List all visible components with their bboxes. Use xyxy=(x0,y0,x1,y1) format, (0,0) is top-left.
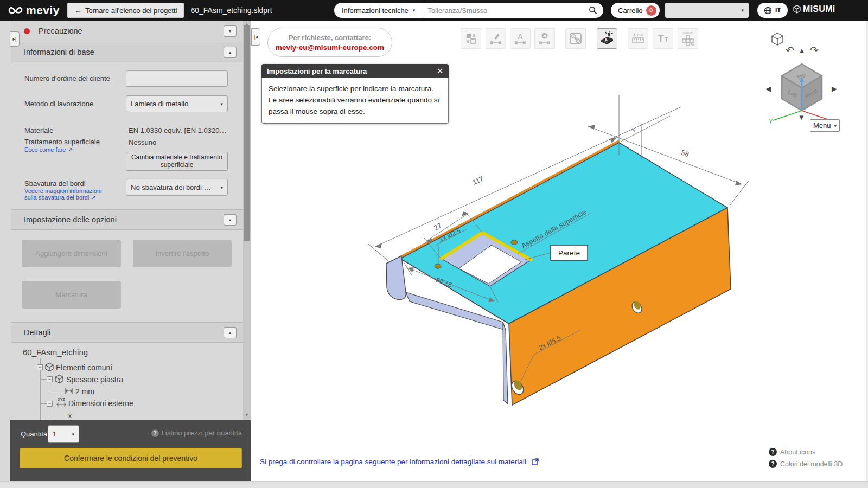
contact-email-link[interactable]: meviy-eu@misumi-europe.com xyxy=(276,43,384,52)
view-cube[interactable]: ↶ ▲ ↷ Top Left Front Y X ◀ ▶ ▼ xyxy=(761,30,843,126)
surface-treatment-value: Nessuno xyxy=(129,138,156,146)
tree-item[interactable]: Elementi comuni xyxy=(56,363,112,372)
popup-body: Selezionare la superficie per indicare l… xyxy=(261,78,449,124)
how-to-link[interactable]: Ecco come fare ↗ xyxy=(24,146,73,153)
cube-icon xyxy=(44,362,54,372)
rotate-right-step-icon[interactable]: ▶ xyxy=(832,85,837,93)
view-menu-button[interactable]: Menu ▾ xyxy=(810,119,840,132)
popup-header[interactable]: Impostazioni per la marcatura ✕ xyxy=(261,64,449,78)
rotate-left-step-icon[interactable]: ◀ xyxy=(765,85,771,93)
deburring-select[interactable]: No sbavatura dei bordi … ▾ xyxy=(126,179,228,196)
axis-y-label: Y xyxy=(769,119,773,125)
material-value: EN 1.0330 equiv. [EN 1.0320… xyxy=(129,126,231,134)
section-options[interactable]: Impostazione delle opzioni ▴ xyxy=(11,209,243,230)
tree-connector xyxy=(50,382,50,391)
expand-section-button[interactable]: ▾ xyxy=(224,25,237,37)
about-icons-link[interactable]: ? About icons xyxy=(769,448,815,456)
add-dimensions-button[interactable]: Aggiungere dimensioni xyxy=(22,240,121,267)
external-link-icon: ↗ xyxy=(67,146,72,153)
tree-collapse-toggle[interactable]: − xyxy=(47,401,53,407)
chevron-down-icon: ▾ xyxy=(834,123,837,129)
rotate-right-icon[interactable]: ↷ xyxy=(810,44,819,56)
collapse-section-button[interactable]: ▴ xyxy=(224,47,237,58)
rotate-up-icon[interactable]: ▲ xyxy=(799,47,805,54)
meviy-logo[interactable]: meviy xyxy=(8,4,60,17)
popup-title: Impostazioni per la marcatura xyxy=(267,67,367,75)
order-number-input[interactable] xyxy=(126,70,228,87)
quantity-label: Quantità xyxy=(21,430,47,438)
invert-aspect-button[interactable]: Invertire l'aspetto xyxy=(133,240,232,267)
scrollbar-thumb[interactable] xyxy=(244,25,250,241)
back-to-projects-button[interactable]: ← Tornare all'elenco dei progetti xyxy=(67,3,184,18)
dim-cutout-offset: 27 xyxy=(432,221,443,232)
marking-button[interactable]: Marcatura xyxy=(22,281,121,309)
marking-settings-popup: Impostazioni per la marcatura ✕ Selezion… xyxy=(261,64,449,124)
method-select[interactable]: Lamiera di metallo ▾ xyxy=(126,95,228,112)
surface-tooltip-label: Parete xyxy=(558,249,580,257)
meviy-logo-icon xyxy=(8,5,24,16)
language-selector[interactable]: IT xyxy=(757,3,788,18)
misumi-cube-icon xyxy=(793,5,801,14)
tree-root[interactable]: 60_FAsm_etching xyxy=(23,348,88,357)
model-colors-link[interactable]: ? Colori dei modelli 3D xyxy=(769,460,843,468)
cart-button[interactable]: Carrello 0 xyxy=(611,3,660,18)
tree-item-partial[interactable]: x xyxy=(68,412,72,420)
external-link-icon xyxy=(532,458,539,465)
deburring-label: Sbavatura dei bordi xyxy=(24,179,86,188)
section-details[interactable]: Dettagli ▴ xyxy=(11,322,243,343)
cube-icon xyxy=(54,374,64,384)
sidebar-collapse-handle[interactable]: ▸| xyxy=(10,31,20,47)
tree-item[interactable]: Spessore piastra xyxy=(66,375,123,384)
materials-info-link[interactable]: Si prega di controllare la pagina seguen… xyxy=(260,458,539,466)
change-material-button[interactable]: Cambia materiale e trattamento superfici… xyxy=(126,152,228,171)
dim-depth: 58 xyxy=(680,148,690,158)
part-left-flange[interactable] xyxy=(386,256,406,299)
tree-connector xyxy=(50,391,64,391)
section-title: Dettagli xyxy=(24,328,50,337)
collapse-section-button[interactable]: ▴ xyxy=(224,214,237,226)
tree-connector xyxy=(50,407,50,420)
warning-dot-icon xyxy=(24,28,30,34)
top-bar: meviy ← Tornare all'elenco dei progetti … xyxy=(0,0,868,21)
section-basic-info[interactable]: Informazioni di base ▴ xyxy=(11,42,243,62)
price-list-link[interactable]: ? Listino prezzi per quantità xyxy=(151,429,242,437)
quantity-select[interactable]: 1 ▾ xyxy=(48,425,79,443)
section-precauzione[interactable]: Precauzione ▾ xyxy=(11,21,243,41)
globe-icon xyxy=(764,7,772,15)
surface-tooltip: Parete xyxy=(551,245,588,260)
tree-collapse-toggle[interactable]: − xyxy=(47,376,53,382)
section-title: Impostazione delle opzioni xyxy=(24,215,117,224)
misumi-logo: MiSUMi xyxy=(793,4,835,14)
tree-item[interactable]: Dimensioni esterne xyxy=(68,399,133,408)
tree-item[interactable]: 2 mm xyxy=(75,387,94,396)
xyz-dimensions-icon: XYZ xyxy=(55,397,67,408)
search-icon[interactable] xyxy=(589,6,597,15)
chevron-down-icon: ▾ xyxy=(413,8,416,13)
chevron-down-icon: ▾ xyxy=(72,432,74,437)
collapse-section-button[interactable]: ▴ xyxy=(224,327,237,338)
rotate-left-icon[interactable]: ↶ xyxy=(786,44,794,56)
part-front-edge-face[interactable] xyxy=(503,322,508,404)
close-icon[interactable]: ✕ xyxy=(437,67,443,75)
confirm-quote-button[interactable]: Confermare le condizioni del preventivo xyxy=(20,448,242,468)
top-hole[interactable] xyxy=(435,264,441,268)
search-bar: Informazioni tecniche ▾ xyxy=(334,3,603,18)
tree-collapse-toggle[interactable]: − xyxy=(37,364,43,370)
tech-info-dropdown[interactable]: Informazioni tecniche ▾ xyxy=(334,3,422,18)
rotate-down-icon[interactable]: ▼ xyxy=(798,113,805,121)
back-arrow-icon: ← xyxy=(74,7,81,15)
isometric-view-icon[interactable] xyxy=(772,33,783,45)
locale-label: IT xyxy=(775,7,781,14)
deburring-info-link[interactable]: Vedere maggiori informazioni sulla sbava… xyxy=(24,188,101,201)
file-title: 60_FAsm_etching.sldprt xyxy=(190,6,272,15)
search-input[interactable] xyxy=(422,7,589,15)
question-icon: ? xyxy=(769,460,777,468)
scroll-down-arrow[interactable]: ▼ xyxy=(243,413,251,418)
viewport: |◂ xyxy=(251,21,868,488)
project-select[interactable]: ▾ xyxy=(665,3,749,18)
top-hole[interactable] xyxy=(511,240,518,245)
chevron-down-icon: ▾ xyxy=(220,185,223,190)
sidebar-scrollbar[interactable]: ▲ ▼ xyxy=(243,21,251,420)
surface-treatment-label: Trattamento superficiale xyxy=(24,138,100,146)
panel-collapse-handle[interactable]: |◂ xyxy=(251,28,260,46)
